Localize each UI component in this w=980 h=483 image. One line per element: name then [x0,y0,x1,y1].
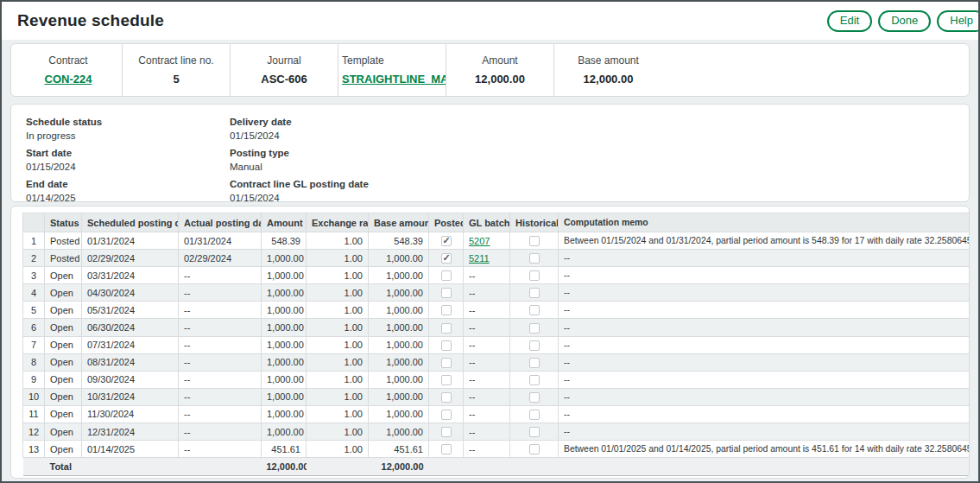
table-row: 4Open04/30/2024--1,000.001.001,000.00---… [23,284,971,302]
summary-field-contract: ContractCON-224 [15,44,123,96]
historical-cell [510,371,559,388]
historical-checkbox[interactable] [529,323,540,334]
historical-cell [510,441,559,458]
row-number: 8 [23,353,45,371]
posted-checkbox[interactable] [441,392,452,403]
gl-batch-cell: -- [464,319,510,336]
status-cell: Open [45,353,82,371]
posted-checkbox[interactable] [441,358,452,368]
posted-cell [429,232,464,250]
computation-memo-cell: -- [559,284,971,302]
exchange-rate-cell: 1.00 [307,441,369,458]
posted-checkbox[interactable] [441,288,452,298]
posted-checkbox[interactable] [441,444,452,454]
table-header-row: StatusScheduled posting dateActual posti… [23,213,971,232]
posted-cell [429,250,464,267]
status-cell: Open [45,405,82,423]
posted-checkbox[interactable] [441,410,452,420]
posted-checkbox[interactable] [441,305,452,315]
summary-label-amount: Amount [448,54,552,67]
base-amount-cell: 1,000.00 [369,250,429,267]
exchange-rate-cell: 1.00 [307,423,369,441]
historical-cell [510,388,559,405]
scheduled-posting-date-cell: 05/31/2024 [82,302,179,319]
edit-button[interactable]: Edit [827,10,872,32]
gl-batch-link[interactable]: 5207 [469,236,490,246]
row-number: 2 [23,250,45,267]
table-row: 7Open07/31/2024--1,000.001.001,000.00---… [23,336,971,353]
posted-checkbox[interactable] [441,427,452,437]
historical-cell [510,423,559,441]
computation-memo-cell: -- [559,405,971,423]
historical-checkbox[interactable] [529,340,540,351]
done-button[interactable]: Done [878,10,931,32]
table-row: 6Open06/30/2024--1,000.001.001,000.00---… [23,319,971,336]
historical-checkbox[interactable] [529,253,540,264]
scheduled-posting-date-cell: 08/31/2024 [82,353,179,371]
table-row: 8Open08/31/2024--1,000.001.001,000.00---… [23,353,971,371]
exchange-rate-cell: 1.00 [307,232,369,250]
detail-label-delivery-date: Delivery date [230,117,369,127]
detail-label-start-date: Start date [26,148,230,158]
actual-posting-date-cell: -- [179,441,262,458]
schedule-table: StatusScheduled posting dateActual posti… [22,213,970,476]
gl-batch-link[interactable]: 5211 [469,253,490,264]
posted-checkbox[interactable] [441,323,452,334]
detail-field-end-date: End date01/14/2025 [26,179,230,203]
historical-checkbox[interactable] [529,444,540,454]
column-header-base: Base amount [369,213,429,232]
exchange-rate-cell: 1.00 [307,353,369,371]
computation-memo-cell: -- [559,371,971,388]
detail-value-contract-line-gl-posting-date: 01/15/2024 [230,193,369,203]
amount-cell: 1,000.00 [262,353,307,371]
summary-value-contract[interactable]: CON-224 [16,73,120,86]
posted-cell [429,423,464,441]
historical-checkbox[interactable] [529,288,540,298]
historical-checkbox[interactable] [529,375,540,385]
detail-field-posting-type: Posting typeManual [230,148,369,172]
gl-batch-cell: -- [464,441,510,458]
gl-batch-cell: 5207 [464,232,510,250]
actual-posting-date-cell: -- [179,371,262,388]
posted-cell [429,371,464,388]
detail-field-schedule-status: Schedule statusIn progress [26,117,230,141]
gl-batch-cell: -- [464,267,510,284]
posted-cell [429,353,464,371]
historical-checkbox[interactable] [529,236,540,246]
gl-batch-cell: -- [464,302,510,319]
title-bar: Revenue schedule EditDoneHelp [2,2,978,40]
revenue-schedule-window: { "page": { "title": "Revenue schedule",… [0,0,980,483]
base-amount-cell: 1,000.00 [369,405,429,423]
total-label: Total [45,458,82,476]
gl-batch-cell: -- [464,371,510,388]
historical-cell [510,250,559,267]
actual-posting-date-cell: -- [179,302,262,319]
historical-checkbox[interactable] [529,358,540,368]
posted-checkbox[interactable] [441,375,452,385]
scheduled-posting-date-cell: 11/30/2024 [82,405,179,423]
historical-checkbox[interactable] [529,270,540,281]
posted-checkbox[interactable] [441,340,452,351]
column-header-historical: Historical [510,213,559,232]
scheduled-posting-date-cell: 06/30/2024 [82,319,179,336]
summary-value-template[interactable]: STRAIGHTLINE_MANUA [342,73,444,86]
status-cell: Open [45,302,82,319]
detail-value-end-date: 01/14/2025 [26,193,230,203]
page-content: ContractCON-224Contract line no.5Journal… [2,40,978,481]
help-button[interactable]: Help [937,10,980,32]
computation-memo-cell: -- [559,302,971,319]
posted-checkbox[interactable] [441,253,452,264]
table-row: 5Open05/31/2024--1,000.001.001,000.00---… [23,302,971,319]
historical-checkbox[interactable] [529,392,540,403]
posted-checkbox[interactable] [441,236,452,246]
historical-checkbox[interactable] [529,410,540,420]
historical-cell [510,232,559,250]
column-header-num [23,213,45,232]
historical-checkbox[interactable] [529,305,540,315]
exchange-rate-cell: 1.00 [307,302,369,319]
posted-cell [429,319,464,336]
posted-checkbox[interactable] [441,270,452,281]
historical-checkbox[interactable] [529,427,540,437]
detail-label-posting-type: Posting type [230,148,369,158]
exchange-rate-cell: 1.00 [307,405,369,423]
